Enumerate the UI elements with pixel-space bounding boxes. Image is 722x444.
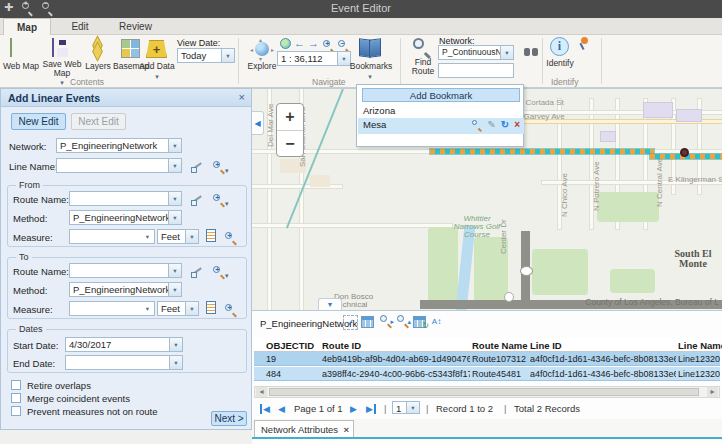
zoom-to-selection-icon[interactable]: ▸ [378, 315, 393, 330]
collapse-table-arrow[interactable]: ▼ [318, 298, 342, 310]
add-bookmark-button[interactable]: Add Bookmark [362, 88, 520, 102]
first-page-icon[interactable]: ◀ [260, 404, 270, 414]
new-edit-button[interactable]: New Edit [11, 113, 66, 130]
from-method-caret-icon[interactable]: ▾ [168, 211, 181, 224]
edit-bookmark-icon[interactable]: ✎ [487, 120, 495, 130]
network-caret-icon[interactable]: ▾ [168, 139, 181, 152]
column-header-objectid[interactable]: OBJECTID [266, 340, 314, 351]
to-units-caret-icon[interactable]: ▾ [185, 302, 198, 315]
bookmarks-button[interactable] [359, 39, 381, 56]
next-step-button[interactable]: Next > [211, 411, 247, 426]
refresh-bookmark-icon[interactable]: ↻ [501, 120, 509, 130]
from-zoom-menu-icon[interactable]: +▾ [213, 192, 237, 206]
select-records-icon[interactable]: ✓ [343, 315, 358, 330]
scrollbar-thumb[interactable] [269, 388, 699, 396]
to-method-select[interactable]: P_EngineeringNetwork ▾ [69, 282, 182, 297]
column-header-line-id[interactable]: Line ID [530, 340, 562, 351]
binoculars-icon[interactable] [524, 47, 538, 57]
page-number-caret-icon[interactable]: ▾ [406, 402, 419, 413]
to-route-name-select[interactable]: ▾ [69, 263, 182, 278]
route-input-select[interactable] [438, 63, 514, 78]
view-date-select[interactable]: Today ▾ [177, 48, 235, 63]
basemap-button[interactable] [121, 39, 140, 58]
to-zoom-menu-icon[interactable]: +▾ [213, 264, 237, 278]
start-date-select[interactable]: 4/30/2017 ▾ [65, 337, 183, 352]
sort-records-icon[interactable]: A↕ [429, 315, 444, 330]
table-row[interactable]: 484 a398ff4c-2940-4c00-96b6-c5343f8f1711… [254, 367, 720, 381]
scroll-left-button[interactable]: ◂ [256, 387, 267, 397]
tab-network-attributes[interactable]: Network Attributes × [254, 420, 354, 437]
previous-extent-icon[interactable]: ← [294, 37, 305, 49]
prevent-measures-checkbox[interactable] [11, 406, 21, 416]
column-header-route-id[interactable]: Route ID [322, 340, 361, 351]
identify-button[interactable]: i [550, 37, 569, 56]
column-header-route-name[interactable]: Route Name [472, 340, 527, 351]
add-data-caret-icon[interactable]: ▾ [153, 72, 161, 81]
from-measure-zoom-icon[interactable]: + [225, 230, 240, 244]
horizontal-scrollbar[interactable]: ◂ ▸ [254, 386, 720, 398]
from-route-name-select[interactable]: ▾ [69, 191, 182, 206]
column-header-line-name[interactable]: Line Name [678, 340, 722, 351]
to-measure-caret-icon[interactable]: ▾ [141, 302, 154, 315]
end-date-caret-icon[interactable]: ▾ [169, 356, 182, 369]
panel-close-icon[interactable]: × [239, 91, 245, 103]
table-view-icon[interactable] [360, 316, 375, 331]
retire-overlaps-checkbox[interactable] [11, 380, 21, 390]
explore-button[interactable]: ◂▸ ▴▾ [252, 39, 272, 59]
from-measure-caret-icon[interactable]: ▾ [141, 230, 154, 243]
next-extent-icon[interactable]: → [308, 37, 319, 49]
from-method-select[interactable]: P_EngineeringNetwork ▾ [69, 210, 182, 225]
pan-to-selection-icon[interactable]: ▴ [395, 315, 410, 330]
tab-edit[interactable]: Edit [55, 18, 105, 35]
bookmark-item-arizona[interactable]: Arizona [358, 104, 524, 118]
pick-line-on-map-icon[interactable] [191, 159, 206, 173]
tab-review[interactable]: Review [108, 18, 163, 35]
next-page-icon[interactable]: ▶ [350, 404, 357, 414]
from-measure-input[interactable]: ▾ [69, 229, 155, 244]
pushpin-icon[interactable] [578, 37, 590, 51]
end-date-select[interactable]: ▾ [65, 355, 183, 370]
previous-page-icon[interactable]: ◀ [278, 404, 285, 414]
view-date-caret-icon[interactable]: ▾ [221, 49, 234, 62]
to-pick-route-icon[interactable] [191, 264, 206, 278]
merge-coincident-checkbox[interactable] [11, 393, 21, 403]
network-select[interactable]: P_EngineeringNetwork ▾ [56, 138, 182, 153]
scale-select[interactable]: 1 : 36,112 ▾ [277, 51, 351, 66]
network-ribbon-caret-icon[interactable]: ▾ [500, 46, 513, 59]
last-page-icon[interactable]: ▶ [366, 404, 376, 414]
line-name-caret-icon[interactable]: ▾ [168, 159, 181, 172]
from-units-select[interactable]: Feet ▾ [157, 229, 199, 244]
route-end-marker[interactable] [680, 148, 689, 157]
bookmark-item-mesa[interactable]: Mesa ✎ ↻ × [358, 118, 524, 134]
save-web-map-caret-icon[interactable]: ▾ [58, 78, 66, 87]
map-zoom-out-button[interactable]: − [277, 130, 303, 156]
network-ribbon-select[interactable]: P_ContinuousNetwork ▾ [438, 45, 514, 60]
refresh-table-icon[interactable]: ↻ [412, 316, 427, 331]
to-method-caret-icon[interactable]: ▾ [168, 283, 181, 296]
from-measure-locate-icon[interactable] [206, 229, 221, 243]
line-zoom-menu-icon[interactable]: +▾ [213, 159, 237, 173]
add-data-button[interactable]: + [146, 40, 167, 58]
to-measure-locate-icon[interactable] [206, 301, 221, 315]
from-units-caret-icon[interactable]: ▾ [185, 230, 198, 243]
save-web-map-button[interactable] [52, 39, 54, 57]
collapse-panel-arrow[interactable]: ◀ [252, 111, 264, 135]
from-route-caret-icon[interactable]: ▾ [168, 192, 181, 205]
start-date-caret-icon[interactable]: ▾ [169, 338, 182, 351]
tab-close-icon[interactable]: × [343, 424, 349, 435]
tab-map[interactable]: Map [3, 18, 51, 35]
selected-route-line[interactable] [430, 149, 654, 154]
to-measure-zoom-icon[interactable]: + [225, 302, 240, 316]
to-units-select[interactable]: Feet ▾ [157, 301, 199, 316]
to-route-caret-icon[interactable]: ▾ [168, 264, 181, 277]
bookmarks-caret-icon[interactable]: ▾ [366, 72, 374, 81]
scroll-right-button[interactable]: ▸ [707, 387, 718, 397]
delete-bookmark-icon[interactable]: × [514, 120, 520, 130]
table-row[interactable]: 19 4eb9419b-af9b-4d04-ab69-1d490476802b … [254, 352, 720, 366]
to-measure-input[interactable]: ▾ [69, 301, 155, 316]
zoom-to-bookmark-icon[interactable] [472, 120, 482, 130]
map-zoom-in-button[interactable]: + [277, 104, 303, 130]
full-extent-icon[interactable] [280, 38, 291, 49]
page-number-select[interactable]: 1 ▾ [392, 401, 420, 414]
web-map-button[interactable] [10, 39, 12, 57]
